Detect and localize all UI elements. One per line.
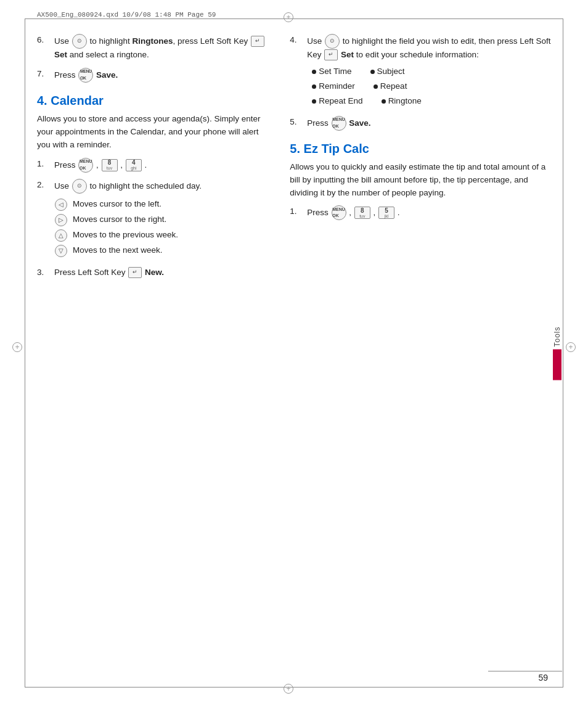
bullet-reminder: Reminder	[312, 80, 355, 93]
bullet-ringtone: Ringtone	[382, 95, 422, 108]
bullet-row-2: Reminder Repeat	[312, 80, 551, 93]
right-step-4-num: 4.	[290, 34, 307, 47]
left-column: 6. Use ⊙ to highlight Ringtones, press L…	[37, 34, 284, 669]
reg-mark-right	[566, 342, 576, 352]
calendar-step-3-num: 3.	[37, 266, 54, 279]
nav-left: ◁ Moves cursor to the left.	[54, 199, 271, 211]
menu-ok-icon-step7: MENUOK	[78, 68, 93, 83]
nav-right-icon: ▷	[55, 214, 67, 226]
right-step-5: 5. Press MENUOK Save.	[290, 116, 551, 131]
main-content: 6. Use ⊙ to highlight Ringtones, press L…	[37, 34, 551, 669]
reg-mark-left	[12, 342, 22, 352]
reg-mark-bottom	[284, 684, 293, 694]
bullet-ringtone-label: Ringtone	[388, 95, 422, 108]
bottom-rule	[488, 671, 562, 671]
bullet-dot-4	[374, 84, 378, 89]
bullet-reminder-label: Reminder	[319, 80, 355, 93]
tools-bar	[553, 349, 561, 380]
calendar-body: Allows you to store and access your agen…	[37, 113, 271, 152]
calendar-step-3: 3. Press Left Soft Key ↵ New.	[37, 266, 271, 279]
nav-up: △ Moves to the previous week.	[54, 229, 271, 242]
bullet-dot-5	[312, 99, 316, 104]
calendar-step-3-content: Press Left Soft Key ↵ New.	[54, 266, 271, 279]
step-6-num: 6.	[37, 34, 54, 47]
calendar-step-1-num: 1.	[37, 158, 54, 171]
bullet-dot-3	[312, 84, 316, 89]
bullet-repeat-end-label: Repeat End	[319, 95, 362, 108]
header-text: AX500_Eng_080924.qxd 10/9/08 1:48 PM Pag…	[37, 11, 551, 18]
calendar-step-2-num: 2.	[37, 179, 54, 192]
step-7: 7. Press MENUOK Save.	[37, 68, 271, 83]
bullet-subject-label: Subject	[377, 65, 405, 78]
nav-up-text: Moves to the previous week.	[73, 229, 178, 241]
nav-icon-cal2: ⊙	[72, 179, 87, 194]
softkey-icon-step6: ↵	[251, 36, 264, 47]
calendar-step-1: 1. Press MENUOK , 8tuv , 4ghi .	[37, 158, 271, 173]
bullet-dot-2	[370, 70, 375, 74]
nav-down: ▽ Moves to the next week.	[54, 245, 271, 257]
save-label-step5: Save.	[349, 118, 370, 127]
bullet-repeat-end: Repeat End	[312, 95, 362, 108]
right-column: 4. Use ⊙ to highlight the field you wish…	[284, 34, 551, 669]
softkey-icon-step4: ↵	[324, 49, 338, 60]
calendar-step-2-content: Use ⊙ to highlight the scheduled day. ◁ …	[54, 179, 271, 260]
ringtones-label: Ringtones	[133, 36, 173, 46]
btn-8tuv: 8tuv	[102, 159, 118, 171]
btn-4ghi: 4ghi	[126, 159, 142, 171]
save-label-step7: Save.	[96, 70, 118, 79]
eztip-step-1: 1. Press MENUOK , 8tuv , 5jkl .	[290, 205, 551, 220]
page-border-right	[563, 18, 563, 688]
section-5-heading: 5. Ez Tip Calc	[290, 142, 551, 156]
bullet-set-time: Set Time	[312, 65, 351, 78]
right-step-5-num: 5.	[290, 116, 307, 129]
nav-right-text: Moves cursor to the right.	[73, 214, 166, 226]
nav-right: ▷ Moves cursor to the right.	[54, 214, 271, 226]
nav-icon-step4: ⊙	[325, 34, 340, 49]
step-7-num: 7.	[37, 68, 54, 81]
eztip-body: Allows you to quickly and easily estimat…	[290, 161, 551, 200]
set-label-step4: Set	[341, 50, 354, 59]
page-border-left	[25, 18, 25, 688]
right-step-4-content: Use ⊙ to highlight the field you wish to…	[307, 34, 551, 110]
nav-icon-step6: ⊙	[72, 34, 87, 49]
page-border-bottom	[25, 687, 563, 688]
nav-down-icon: ▽	[55, 245, 67, 257]
bullet-dot-6	[382, 99, 386, 104]
nav-left-text: Moves cursor to the left.	[73, 199, 161, 210]
calendar-step-1-content: Press MENUOK , 8tuv , 4ghi .	[54, 158, 271, 173]
menu-ok-icon-step5: MENUOK	[332, 116, 346, 131]
set-label-step6: Set	[54, 50, 67, 59]
bullet-subject: Subject	[370, 65, 405, 78]
btn-5jkl: 5jkl	[378, 207, 394, 219]
softkey-icon-step3: ↵	[128, 267, 142, 278]
nav-left-icon: ◁	[55, 199, 67, 211]
eztip-step-1-content: Press MENUOK , 8tuv , 5jkl .	[307, 205, 551, 220]
bullet-row-1: Set Time Subject	[312, 65, 551, 78]
tools-label: Tools	[553, 326, 561, 347]
nav-down-text: Moves to the next week.	[73, 245, 163, 257]
menu-ok-icon-cal1: MENUOK	[78, 158, 93, 173]
right-step-4: 4. Use ⊙ to highlight the field you wish…	[290, 34, 551, 110]
section-4-heading: 4. Calendar	[37, 94, 271, 108]
right-step-5-content: Press MENUOK Save.	[307, 116, 551, 131]
bullet-repeat: Repeat	[374, 80, 407, 93]
calendar-step-2: 2. Use ⊙ to highlight the scheduled day.…	[37, 179, 271, 260]
new-label: New.	[145, 268, 164, 277]
nav-up-icon: △	[55, 229, 67, 242]
step-6: 6. Use ⊙ to highlight Ringtones, press L…	[37, 34, 271, 62]
bullet-repeat-label: Repeat	[380, 80, 407, 93]
step-6-content: Use ⊙ to highlight Ringtones, press Left…	[54, 34, 271, 62]
bullet-row-3: Repeat End Ringtone	[312, 95, 551, 108]
page-number: 59	[538, 673, 548, 683]
btn-8tuv-ez: 8tuv	[354, 207, 370, 219]
tools-sidebar: Tools	[553, 326, 561, 380]
bullet-dot-1	[312, 70, 316, 74]
step-7-content: Press MENUOK Save.	[54, 68, 271, 83]
menu-ok-icon-ez1: MENUOK	[332, 205, 346, 220]
eztip-step-1-num: 1.	[290, 205, 307, 218]
page-border-top	[25, 18, 563, 19]
bullet-set-time-label: Set Time	[319, 65, 351, 78]
bullet-list: Set Time Subject Reminder	[312, 65, 551, 108]
